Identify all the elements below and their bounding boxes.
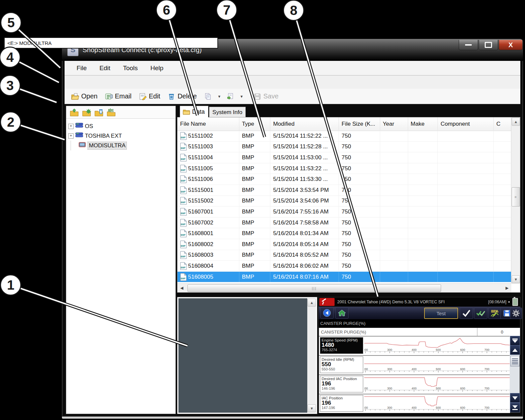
table-row-51608003[interactable]: BMP51608003BMP5/16/2014 8:05:52 AM750 <box>177 250 511 261</box>
column-header-make[interactable]: Make <box>408 117 438 131</box>
scroll-down-arrow-icon[interactable]: ▼ <box>512 275 520 283</box>
folder-delete-icon[interactable] <box>94 108 104 117</box>
file-tree: + OS+ TOSHIBA EXT MODISULTRA <box>68 121 174 150</box>
callout-7: 7 <box>216 0 237 21</box>
parameter-label-box[interactable]: IAC Position196147-196 <box>320 395 363 412</box>
table-row-51511002[interactable]: BMP51511002BMP5/15/2014 11:52:22 ...750 <box>177 131 511 142</box>
delete-button[interactable]: Delete <box>165 91 199 101</box>
copy-dropdown-icon[interactable]: ▼ <box>217 94 221 98</box>
address-bar[interactable]: <E:> MODISULTRA <box>4 37 218 49</box>
copy-button[interactable] <box>201 92 215 101</box>
param-value: 550 <box>322 361 362 367</box>
settings-button[interactable] <box>510 308 522 319</box>
table-row-51511006[interactable]: BMP51511006BMP5/15/2014 11:53:30 ...750 <box>177 174 511 185</box>
tree-item-label: MODISULTRA <box>88 142 127 149</box>
table-header[interactable]: File NameTypeModifiedFile Size (K...Year… <box>177 117 511 131</box>
percent-graph-button[interactable]: 88% <box>488 308 502 319</box>
table-row-51515001[interactable]: BMP51515001BMP5/15/2014 3:53:54 PM750 <box>177 185 511 196</box>
table-cell <box>494 261 511 271</box>
test-button[interactable]: Test <box>424 308 458 319</box>
menu-item-help[interactable]: Help <box>150 65 163 72</box>
param-value: 196 <box>322 381 362 386</box>
table-cell: 750 <box>339 239 380 250</box>
confirm-button[interactable] <box>460 308 473 319</box>
table-cell: BMP <box>239 185 271 196</box>
menu-item-tools[interactable]: Tools <box>123 65 137 72</box>
column-header-file-name[interactable]: File Name <box>177 117 239 131</box>
scroll-up-button[interactable] <box>510 345 520 355</box>
scroll-down-arrow-icon[interactable]: ▼ <box>308 404 316 412</box>
tree-item--f-toshiba-ext[interactable]: + TOSHIBA EXT <box>68 131 174 141</box>
tab-data[interactable]: Data <box>180 106 208 117</box>
maximize-button[interactable] <box>479 40 498 50</box>
table-vscroll-thumb[interactable]: ≡ <box>512 187 520 207</box>
table-cell: 5/16/2014 8:01:34 AM <box>270 228 339 239</box>
column-header-component[interactable]: Component <box>438 117 494 131</box>
menu-item-file[interactable]: File <box>77 65 87 72</box>
open-button[interactable]: Open <box>69 91 100 101</box>
table-row-51515002[interactable]: BMP51515002BMP5/15/2014 3:54:06 PM750 <box>177 196 511 207</box>
folder-new-icon[interactable] <box>82 108 91 117</box>
scroll-left-arrow-icon[interactable]: ◀ <box>178 284 185 291</box>
table-row-51607002[interactable]: BMP51607002BMP5/16/2014 7:58:58 AM750 <box>177 217 511 228</box>
scroll-top-button[interactable] <box>510 336 520 346</box>
scroll-thumb[interactable] <box>510 356 520 366</box>
menu-item-edit[interactable]: Edit <box>100 65 111 72</box>
scroll-bottom-button[interactable] <box>510 403 520 412</box>
back-button[interactable] <box>320 307 334 319</box>
table-row-51511004[interactable]: BMP51511004BMP5/15/2014 11:53:00 ...750 <box>177 152 511 163</box>
param-value: 196 <box>322 400 362 406</box>
table-row-51607001[interactable]: BMP51607001BMP5/16/2014 7:55:16 AM750 <box>177 207 511 217</box>
import-button[interactable] <box>224 92 237 101</box>
table-cell <box>438 228 494 239</box>
parameter-label-box[interactable]: Engine Speed (RPM)1480765-3274 <box>320 337 363 354</box>
import-dropdown-icon[interactable]: ▼ <box>240 94 243 98</box>
column-header-modified[interactable]: Modified <box>270 117 339 131</box>
preview-vertical-scrollbar[interactable]: ▲ ▼ <box>307 298 316 413</box>
column-header-c[interactable]: C <box>494 117 511 131</box>
folder-rename-abc-icon[interactable]: abc <box>107 108 116 117</box>
column-header-type[interactable]: Type <box>239 117 271 131</box>
table-horizontal-scrollbar[interactable]: ◀ ||| ▶ <box>177 283 511 292</box>
table-cell <box>494 272 511 282</box>
table-cell: 750 <box>339 142 380 152</box>
save-button[interactable]: Save <box>251 91 281 101</box>
checkmark-icon <box>462 309 471 317</box>
tree-item--c-os[interactable]: + OS <box>68 121 174 131</box>
table-row-51511005[interactable]: BMP51511005BMP5/15/2014 11:53:22 ...750 <box>177 163 511 174</box>
svg-text:BMP: BMP <box>181 255 186 258</box>
table-row-51608001[interactable]: BMP51608001BMP5/16/2014 8:01:34 AM750 <box>177 228 511 239</box>
data-review-button[interactable] <box>474 308 487 319</box>
status-dot-icon <box>508 301 510 303</box>
column-header-file-size-k-[interactable]: File Size (K... <box>339 117 380 131</box>
table-cell <box>408 131 438 141</box>
table-row-51608005[interactable]: BMP51608005BMP5/16/2014 8:07:16 AM750 <box>177 272 511 283</box>
email-button[interactable]: Email <box>102 91 134 101</box>
table-cell: 750 <box>339 207 380 217</box>
param-value: 1480 <box>322 342 362 348</box>
table-row-51608002[interactable]: BMP51608002BMP5/16/2014 8:05:14 AM750 <box>177 239 511 250</box>
tab-system-info[interactable]: System Info <box>209 107 246 118</box>
column-header-year[interactable]: Year <box>380 117 408 131</box>
home-button[interactable] <box>335 307 349 319</box>
table-vertical-scrollbar[interactable]: ▲ ≡ ▼ <box>511 117 520 284</box>
folder-up-icon[interactable] <box>70 108 79 117</box>
parameter-label-box[interactable]: Desired Idle (RPM)550550-550 <box>320 356 363 373</box>
tree-item--e-modisultra[interactable]: MODISULTRA <box>68 141 174 150</box>
parameter-label-box[interactable]: Desired IAC Position196146-196 <box>320 376 363 392</box>
scroll-down-button[interactable] <box>510 393 520 403</box>
scroll-right-arrow-icon[interactable]: ▶ <box>503 284 511 291</box>
home-icon <box>338 309 346 317</box>
table-row-51608004[interactable]: BMP51608004BMP5/16/2014 8:06:02 AM750 <box>177 261 511 272</box>
expand-plus-icon[interactable]: + <box>68 124 74 129</box>
close-button[interactable]: X <box>499 40 523 50</box>
svg-text:BMP: BMP <box>181 223 186 225</box>
scanner-toolbar: Test 88% <box>319 307 520 319</box>
edit-button[interactable]: Edit <box>136 91 163 101</box>
expand-plus-icon[interactable]: + <box>68 133 74 139</box>
table-hscroll-thumb[interactable]: ||| <box>187 284 441 292</box>
table-row-51511003[interactable]: BMP51511003BMP5/15/2014 11:52:28 ...750 <box>177 142 511 153</box>
scroll-up-arrow-icon[interactable]: ▲ <box>512 118 520 126</box>
scroll-up-arrow-icon[interactable]: ▲ <box>308 299 316 307</box>
minimize-button[interactable] <box>459 40 478 50</box>
